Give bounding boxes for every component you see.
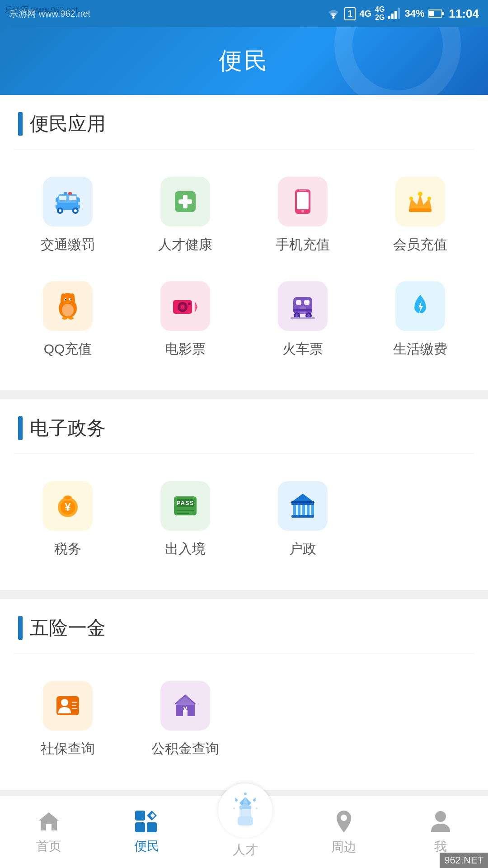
vip-item[interactable]: 会员充值: [361, 163, 479, 268]
svg-rect-75: [307, 504, 310, 516]
svg-rect-24: [297, 192, 309, 209]
social-icon-bg: [43, 681, 93, 731]
vip-icon-bg: [395, 177, 445, 226]
nav-home[interactable]: 首页: [23, 805, 75, 859]
fund-icon: ¥: [169, 690, 201, 722]
svg-point-13: [74, 209, 77, 212]
svg-rect-2: [391, 14, 394, 19]
network-4g-icon: 4G: [359, 9, 371, 19]
svg-point-40: [62, 317, 67, 320]
section-bar-3: [18, 616, 23, 640]
phone-icon: [287, 186, 319, 217]
svg-point-41: [68, 317, 74, 320]
qq-label: QQ充值: [44, 340, 92, 359]
qq-item[interactable]: QQ充值: [9, 268, 127, 372]
svg-line-105: [235, 798, 236, 799]
svg-rect-72: [293, 504, 296, 516]
nav-talent[interactable]: 人才: [218, 783, 272, 859]
svg-rect-53: [304, 300, 310, 305]
svg-rect-17: [78, 202, 80, 205]
lightning-icon: [404, 290, 436, 322]
svg-point-11: [59, 209, 61, 212]
train-icon-bg: [278, 281, 328, 331]
train-item[interactable]: 火车票: [244, 268, 361, 372]
battery-icon: [428, 9, 445, 18]
living-icon-bg: [395, 281, 445, 331]
nav-bianmin[interactable]: 便民: [121, 805, 173, 859]
fund-label: 公积金查询: [151, 740, 219, 758]
svg-rect-7: [429, 11, 434, 16]
movie-icon: [169, 290, 201, 322]
bottom-nav: 首页 便民: [0, 796, 488, 868]
status-icons: 1 4G 4G2G 34%: [326, 5, 444, 22]
svg-text:¥: ¥: [65, 501, 71, 513]
svg-rect-3: [394, 11, 397, 19]
main-content: 便民应用: [0, 95, 488, 868]
svg-point-42: [61, 293, 66, 300]
svg-text:PASS: PASS: [177, 500, 194, 506]
svg-rect-90: [135, 811, 145, 821]
train-icon: [287, 290, 319, 322]
wifi-icon: [326, 7, 341, 20]
svg-rect-59: [291, 317, 315, 319]
health-icon: [169, 186, 201, 217]
svg-rect-70: [177, 510, 194, 511]
status-right: 1 4G 4G2G 34% 11:04: [326, 5, 479, 22]
insurance-grid: 社保查询 ¥ 公积金查询: [0, 654, 488, 790]
border-label: 出入境: [165, 540, 206, 558]
car-icon: [52, 186, 84, 217]
svg-rect-84: [72, 705, 76, 706]
household-item[interactable]: 户政: [244, 467, 361, 572]
nav-talent-label: 人才: [233, 841, 258, 859]
svg-point-47: [181, 305, 184, 309]
svg-rect-76: [311, 504, 314, 516]
movie-icon-bg: [160, 281, 210, 331]
vip-label: 会员充值: [393, 236, 447, 254]
svg-rect-18: [64, 192, 67, 195]
border-item[interactable]: PASS 出入境: [127, 467, 244, 572]
svg-line-106: [254, 798, 256, 799]
svg-rect-28: [409, 208, 432, 212]
svg-rect-74: [302, 504, 305, 516]
section-bar: [18, 112, 23, 136]
household-icon-bg: [278, 481, 328, 531]
svg-rect-14: [59, 196, 66, 200]
svg-rect-26: [300, 190, 306, 191]
svg-rect-71: [177, 513, 189, 514]
svg-point-0: [333, 17, 335, 19]
living-item[interactable]: 生活缴费: [361, 268, 479, 372]
nav-nearby[interactable]: 周边: [318, 804, 370, 860]
household-label: 户政: [289, 540, 316, 558]
svg-point-39: [62, 304, 74, 316]
fund-icon-bg: ¥: [160, 681, 210, 731]
svg-point-56: [296, 314, 298, 317]
nav-nearby-label: 周边: [331, 839, 357, 856]
social-label: 社保查询: [41, 740, 95, 758]
svg-point-48: [188, 302, 191, 305]
svg-point-110: [435, 811, 446, 822]
movie-item[interactable]: 电影票: [127, 268, 244, 372]
phone-item[interactable]: 手机充值: [244, 163, 361, 268]
nav-profile[interactable]: 我: [416, 805, 465, 860]
svg-rect-107: [238, 816, 253, 826]
svg-point-30: [409, 197, 413, 200]
section-egovern: 电子政务 ¥ 税务: [0, 399, 488, 590]
svg-rect-1: [388, 16, 390, 19]
border-icon-bg: PASS: [160, 481, 210, 531]
social-item[interactable]: 社保查询: [9, 667, 127, 772]
svg-rect-92: [147, 822, 157, 832]
svg-rect-73: [298, 504, 300, 516]
svg-point-25: [301, 210, 304, 212]
svg-point-101: [233, 807, 235, 809]
svg-point-58: [307, 314, 310, 317]
tax-item[interactable]: ¥ 税务: [9, 467, 127, 572]
status-time: 11:04: [449, 7, 479, 21]
battery-text: 34%: [404, 8, 424, 19]
section-insurance-header: 五险一金: [0, 599, 488, 653]
section-bar-2: [18, 416, 23, 440]
health-item[interactable]: 人才健康: [127, 163, 244, 268]
crown-icon: [404, 186, 436, 217]
nav-bianmin-label: 便民: [134, 838, 160, 855]
fund-item[interactable]: ¥ 公积金查询: [127, 667, 244, 772]
traffic-item[interactable]: 交通缴罚: [9, 163, 127, 268]
